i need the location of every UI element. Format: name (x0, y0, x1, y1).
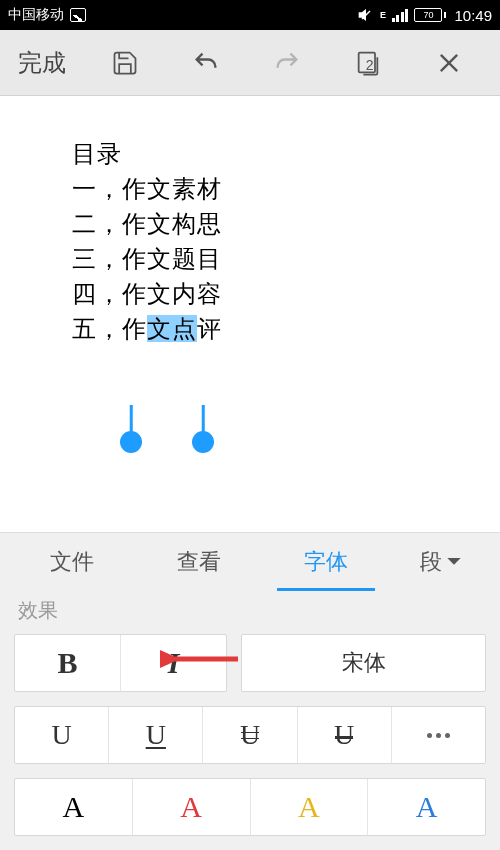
text-selection: 文点 (147, 315, 197, 342)
underline-none-button[interactable]: U (15, 707, 109, 763)
underline-double-button[interactable]: U (203, 707, 297, 763)
bold-button[interactable]: B (15, 635, 121, 691)
redo-button[interactable] (272, 48, 302, 78)
dots-icon (427, 733, 450, 738)
doc-title: 目录 (72, 136, 500, 171)
editor-toolbar: 完成 2 (0, 30, 500, 96)
tab-file[interactable]: 文件 (10, 533, 133, 591)
selection-handle-end[interactable] (192, 431, 214, 453)
doc-line: 四，作文内容 (72, 276, 500, 311)
done-button[interactable]: 完成 (10, 39, 74, 87)
tab-paragraph[interactable]: 段 (391, 533, 490, 591)
selection-handle-start[interactable] (120, 431, 142, 453)
close-button[interactable] (434, 48, 464, 78)
color-black-button[interactable]: A (15, 779, 133, 835)
doc-line: 三，作文题目 (72, 241, 500, 276)
underline-buttons: U U U U (14, 706, 486, 764)
underline-thick-button[interactable]: U (298, 707, 392, 763)
color-blue-button[interactable]: A (368, 779, 485, 835)
panel-tabs: 文件 查看 字体 段 (0, 533, 500, 591)
font-color-buttons: A A A A (14, 778, 486, 836)
color-yellow-button[interactable]: A (251, 779, 369, 835)
underline-more-button[interactable] (392, 707, 485, 763)
font-family-button[interactable]: 宋体 (241, 634, 486, 692)
network-type: E (380, 11, 386, 20)
effect-label: 效果 (0, 591, 500, 634)
underline-single-button[interactable]: U (109, 707, 203, 763)
format-panel: 文件 查看 字体 段 效果 B I 宋体 U U U U A (0, 532, 500, 850)
save-button[interactable] (110, 48, 140, 78)
doc-line: 一，作文素材 (72, 171, 500, 206)
signal-icon (392, 9, 409, 22)
battery-icon: 70 (414, 8, 446, 22)
doc-line-with-selection: 五，作文点评 (72, 311, 500, 346)
tab-view[interactable]: 查看 (137, 533, 260, 591)
document-area[interactable]: 目录 一，作文素材 二，作文构思 三，作文题目 四，作文内容 五，作文点评 (0, 96, 500, 532)
chevron-down-icon (446, 556, 462, 568)
screenshot-indicator-icon (70, 8, 86, 22)
doc-line: 二，作文构思 (72, 206, 500, 241)
style-buttons: B I (14, 634, 227, 692)
carrier-label: 中国移动 (8, 6, 64, 24)
color-red-button[interactable]: A (133, 779, 251, 835)
italic-button[interactable]: I (121, 635, 226, 691)
page-count: 2 (366, 56, 374, 72)
undo-button[interactable] (191, 48, 221, 78)
pages-button[interactable]: 2 (353, 48, 383, 78)
status-bar: 中国移动 E 70 10:49 (0, 0, 500, 30)
tab-font[interactable]: 字体 (264, 533, 387, 591)
clock: 10:49 (454, 7, 492, 24)
mute-icon (358, 7, 374, 23)
